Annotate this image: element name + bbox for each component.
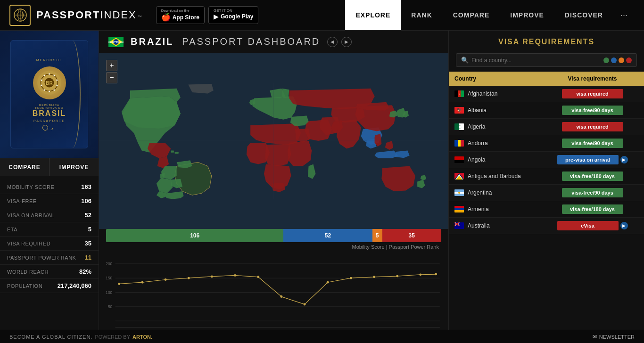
svg-point-46 [304,303,306,305]
svg-point-14 [49,91,50,92]
app-badges: Download on the 🍎 App Store GET IT ON ▶ … [156,6,259,24]
footer-arton: ARTON. [132,334,152,340]
svg-text:150: 150 [106,276,112,280]
bar-chart: 106 52 5 35 [106,229,441,242]
table-header: Country Visa requirements [449,72,644,86]
flag-afghanistan: ☽ [454,90,464,97]
passport-card: MERCOSUL BR [10,40,88,148]
line-chart-svg: 200 150 100 50 [104,252,444,339]
country-cell-armenia: Armenia [454,206,546,212]
bar-green: 106 [106,229,283,242]
svg-rect-73 [454,189,464,192]
svg-rect-24 [171,151,174,153]
googleplay-badge[interactable]: GET IT ON ▶ Google Play [208,6,258,24]
country-cell-australia: Australia [454,222,546,229]
sidebar: MERCOSUL BR [0,31,99,343]
column-country: Country [454,75,546,82]
stat-mobility-score: MOBILITY SCORE 163 [0,180,99,194]
info-icon-angola[interactable]: ▶ [620,156,628,163]
map-prev-arrow[interactable]: ◀ [327,37,338,47]
svg-rect-64 [458,140,461,147]
nav-compare[interactable]: COMPARE [443,0,500,30]
svg-point-16 [41,85,42,86]
filter-dot-blue[interactable] [611,57,617,63]
svg-text:🦅: 🦅 [457,107,462,113]
filter-dot-green[interactable] [603,57,609,63]
stat-population: POPULATION 217,240,060 [0,279,99,293]
svg-point-47 [327,281,329,284]
country-cell-angola: Angola [454,156,546,163]
logo-sup: ™ [138,15,142,19]
passport-mercosul: MERCOSUL [36,58,63,62]
flag-australia [454,222,464,229]
column-visa: Visa requirements [546,75,638,82]
table-row: Angola pre-visa on arrival ▶ [449,152,644,168]
world-map-container[interactable]: + − [99,53,448,229]
footer-become: BECOME A GLOBAL CITIZEN. [9,334,92,340]
bar-chart-label: Mobility Score | Passport Power Rank [106,244,441,250]
country-search-bar[interactable]: 🔍 [456,53,637,67]
svg-point-48 [350,277,352,279]
logo-icon[interactable] [9,5,31,26]
svg-point-45 [280,295,282,298]
country-search-input[interactable] [471,57,601,64]
table-row: Antigua and Barbuda visa-free/180 days [449,168,644,185]
svg-point-9 [49,74,50,75]
search-icon: 🔍 [461,57,469,64]
newsletter-label: NEWSLETTER [599,334,635,340]
flag-angola [454,156,464,163]
zoom-in-button[interactable]: + [106,60,117,71]
stat-eta: ETA 5 [0,222,99,237]
visa-cell-australia: eVisa ▶ [546,221,638,230]
svg-point-52 [435,273,437,276]
flag-algeria [454,123,464,130]
svg-point-10 [54,75,55,76]
map-navigation-arrows: ◀ ▶ [327,37,352,47]
svg-rect-77 [454,206,464,208]
svg-point-15 [44,90,45,91]
svg-rect-53 [454,90,458,97]
newsletter-button[interactable]: ✉ NEWSLETTER [593,334,635,340]
filter-dot-red[interactable] [626,57,632,63]
country-cell-antigua: Antigua and Barbuda [454,173,546,180]
country-cell-algeria: Algeria [454,123,546,130]
filter-dot-orange[interactable] [619,57,624,63]
map-header: ORDEM E PROGRESSO BRAZIL PASSPORT DASHBO… [99,31,448,53]
nav-explore[interactable]: EXPLORE [345,0,401,30]
flag-andorra [454,140,464,147]
info-icon-australia[interactable]: ▶ [620,222,628,229]
visa-cell-afghanistan: visa required [546,89,638,98]
country-cell-afghanistan: ☽ Afghanistan [454,90,546,97]
svg-text:200: 200 [106,262,112,266]
nav-discover[interactable]: DISCOVER [554,0,613,30]
stat-visa-on-arrival: VISA ON ARRIVAL 52 [0,208,99,222]
nav-more[interactable]: ··· [613,10,635,20]
zoom-out-button[interactable]: − [106,72,117,83]
table-row: Andorra visa-free/90 days [449,135,644,152]
map-next-arrow[interactable]: ▶ [341,37,352,47]
nav-improve[interactable]: IMPROVE [500,0,554,30]
world-map-svg [99,53,448,229]
compare-button[interactable]: COMPARE [0,158,50,176]
improve-button[interactable]: IMPROVE [50,158,99,176]
appstore-badge[interactable]: Download on the 🍎 App Store [156,6,205,24]
svg-rect-66 [454,156,464,160]
svg-text:BR: BR [46,81,53,86]
stat-world-reach: WORLD REACH 82% [0,265,99,279]
country-cell-argentina: Argentina [454,189,546,196]
bar-chart-section: 106 52 5 35 Mobility Score | Passport Po… [99,229,448,252]
flag-albania: 🦅 [454,107,464,114]
stat-visa-required: VISA REQUIRED 35 [0,237,99,251]
table-row: Australia eVisa ▶ [449,218,644,234]
country-cell-albania: 🦅 Albania [454,107,546,114]
map-zoom-controls: + − [106,60,117,83]
nav-rank[interactable]: RANK [401,0,442,30]
svg-text:ORDEM E PROGRESSO: ORDEM E PROGRESSO [108,41,124,43]
passport-emblem: BR [33,66,66,99]
main-nav: EXPLORE RANK COMPARE IMPROVE DISCOVER ··… [345,0,635,30]
table-row: Armenia visa-free/180 days [449,201,644,218]
svg-point-11 [57,80,58,81]
svg-point-49 [373,276,375,278]
passport-image: MERCOSUL BR [0,31,99,158]
svg-point-76 [458,192,460,194]
